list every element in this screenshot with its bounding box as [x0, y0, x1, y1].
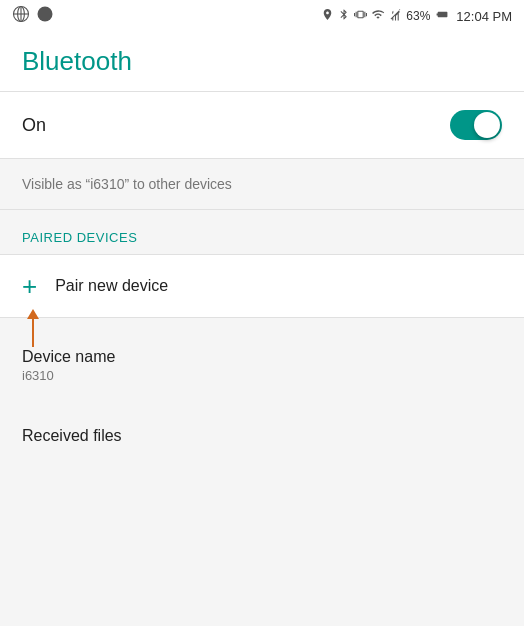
vibrate-icon	[354, 8, 367, 24]
toggle-label: On	[22, 115, 46, 136]
circle-icon	[36, 5, 54, 27]
paired-devices-section: Paired devices	[0, 210, 524, 254]
globe-icon	[12, 5, 30, 27]
pair-new-device-row[interactable]: + Pair new device	[0, 254, 524, 318]
visibility-text: Visible as “i6310” to other devices	[22, 176, 232, 192]
location-icon	[321, 8, 334, 24]
arrow-annotation	[27, 309, 39, 347]
signal-off-icon	[389, 8, 402, 24]
bluetooth-status-icon	[338, 8, 350, 24]
received-files-label: Received files	[22, 427, 502, 445]
battery-percent: 63%	[406, 9, 430, 23]
bluetooth-toggle-row[interactable]: On	[0, 92, 524, 159]
arrow-head	[27, 309, 39, 319]
pair-new-device-label: Pair new device	[55, 277, 168, 295]
bluetooth-toggle[interactable]	[450, 110, 502, 140]
status-bar: 63% 12:04 PM	[0, 0, 524, 32]
page-title: Bluetooth	[22, 46, 502, 77]
status-bar-left	[12, 5, 54, 27]
device-name-value: i6310	[22, 368, 502, 383]
toggle-knob	[474, 112, 500, 138]
status-time: 12:04 PM	[456, 9, 512, 24]
wifi-icon	[371, 8, 385, 24]
page-header: Bluetooth	[0, 32, 524, 92]
battery-icon	[434, 8, 450, 24]
paired-devices-label: Paired devices	[22, 230, 137, 245]
svg-point-4	[38, 7, 53, 22]
received-files-section[interactable]: Received files	[0, 405, 524, 445]
plus-icon: +	[22, 273, 37, 299]
device-name-section: Device name i6310	[0, 326, 524, 383]
status-bar-right: 63% 12:04 PM	[321, 8, 512, 24]
visibility-info-row: Visible as “i6310” to other devices	[0, 159, 524, 210]
arrow-shaft	[32, 319, 34, 347]
device-name-label: Device name	[22, 348, 502, 366]
